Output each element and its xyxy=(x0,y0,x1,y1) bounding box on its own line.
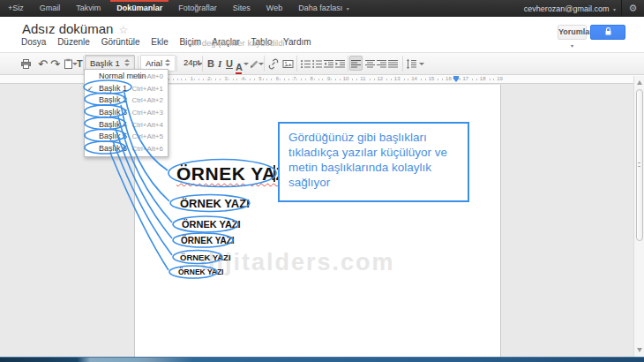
align-center-button[interactable] xyxy=(364,58,376,71)
justify-icon xyxy=(387,58,399,70)
menu-item-heading4[interactable]: Başlık 4Ctrl+Alt+4 xyxy=(85,119,168,132)
heading4-sample-text[interactable]: ÖRNEK YAZI xyxy=(181,236,235,245)
ruler-number: 19 xyxy=(496,76,504,81)
ruler-number: 13 xyxy=(393,76,401,81)
toolbar-separator xyxy=(402,56,403,72)
taskbar-edge xyxy=(0,357,644,362)
ruler-number: 1 xyxy=(190,76,194,81)
menu-dosya[interactable]: Dosya xyxy=(21,37,46,47)
vertical-scrollbar[interactable] xyxy=(633,76,644,357)
check-icon: ✓ xyxy=(87,83,96,95)
paint-format-button[interactable]: T xyxy=(77,58,83,71)
chevron-down-icon: ▾ xyxy=(613,7,616,12)
align-right-icon xyxy=(376,58,387,70)
line-spacing-icon xyxy=(406,58,417,70)
menu-item-normal-text[interactable]: Normal metinCtrl+Alt+0 xyxy=(85,71,168,83)
ruler-number: 2 xyxy=(206,76,211,81)
chevron-down-icon: ▾ xyxy=(347,6,349,11)
heading5-sample-text[interactable]: ÖRNEK YAZI xyxy=(180,253,231,262)
scroll-up-arrow[interactable] xyxy=(637,80,642,85)
line-spacing-button[interactable] xyxy=(406,58,417,71)
toolbar-separator xyxy=(202,56,203,72)
toolbar-separator xyxy=(176,56,177,72)
doc-header: Adsız doküman☆ Dosya Düzenle Görüntüle E… xyxy=(0,17,644,52)
text-color-button[interactable]: A xyxy=(236,62,243,72)
bulleted-list-button[interactable] xyxy=(311,58,323,71)
heading1-sample-text[interactable]: ÖRNEK YAZI xyxy=(176,163,293,185)
menu-item-heading2[interactable]: Başlık 2Ctrl+Alt+2 xyxy=(85,94,168,107)
topbar-link-gmail[interactable]: Gmail xyxy=(32,0,69,17)
topbar-link-more[interactable]: Daha fazlası ▾ xyxy=(290,0,357,17)
insert-image-button[interactable] xyxy=(282,58,294,71)
image-icon xyxy=(282,58,294,70)
topbar-link-calendar[interactable]: Takvim xyxy=(68,0,109,17)
menu-goruntule[interactable]: Görüntüle xyxy=(101,37,140,47)
account-email[interactable]: cevherozan@gmail.com ▾ xyxy=(519,4,621,13)
align-left-button[interactable] xyxy=(350,58,362,71)
menu-item-label: Başlık 2 xyxy=(99,95,127,104)
ruler-number: 12 xyxy=(376,76,384,81)
menu-item-shortcut: Ctrl+Alt+0 xyxy=(131,71,163,83)
justify-button[interactable] xyxy=(387,58,399,71)
heading6-sample-text[interactable]: ÖRNEK YAZI xyxy=(178,268,224,276)
settings-gear-button[interactable]: ⚙ xyxy=(621,0,644,17)
ruler-number: 6 xyxy=(275,76,280,81)
menu-item-shortcut: Ctrl+Alt+1 xyxy=(131,83,163,95)
scroll-down-arrow[interactable] xyxy=(637,348,642,352)
ruler-number: 17 xyxy=(461,76,469,81)
sort-arrows-icon xyxy=(124,59,131,67)
redo-button[interactable]: ↷ xyxy=(50,58,60,71)
comments-button-label: Yorumlar xyxy=(558,27,593,36)
numbered-list-icon xyxy=(300,58,311,70)
line-spacing-caret[interactable] xyxy=(419,63,424,65)
heading3-sample-text[interactable]: ÖRNEK YAZI xyxy=(182,219,241,230)
numbered-list-button[interactable] xyxy=(300,58,311,71)
ruler-number: 4 xyxy=(241,76,245,81)
comments-button[interactable]: Yorumlar ▾ xyxy=(558,25,587,40)
right-indent-marker[interactable] xyxy=(453,78,460,82)
menu-duzenle[interactable]: Düzenle xyxy=(57,37,90,47)
document-title-text: Adsız doküman xyxy=(22,21,113,36)
menu-ekle[interactable]: Ekle xyxy=(151,37,168,47)
redo-icon: ↷ xyxy=(50,57,60,71)
topbar-link-sites[interactable]: Sites xyxy=(225,0,258,17)
insert-link-button[interactable] xyxy=(267,58,280,71)
document-title[interactable]: Adsız doküman☆ xyxy=(22,21,128,36)
share-button[interactable]: Paylaş xyxy=(590,25,625,40)
align-right-button[interactable] xyxy=(376,58,387,71)
menu-item-heading5[interactable]: Başlık 5Ctrl+Alt+5 xyxy=(85,131,168,143)
heading2-sample-text[interactable]: ÖRNEK YAZI xyxy=(180,197,250,210)
menu-item-heading1[interactable]: ✓Başlık 1Ctrl+Alt+1 xyxy=(85,83,168,95)
topbar-link-documents-active[interactable]: Dokümanlar xyxy=(109,0,170,17)
italic-button[interactable]: I xyxy=(218,58,221,71)
print-button[interactable] xyxy=(20,58,32,71)
underline-button[interactable]: U xyxy=(226,58,233,71)
bold-button[interactable]: B xyxy=(207,58,214,71)
menu-item-shortcut: Ctrl+Alt+4 xyxy=(131,119,163,132)
ruler-number: 18 xyxy=(479,76,487,81)
chevron-down-icon: ▾ xyxy=(571,43,573,49)
menu-item-heading3[interactable]: Başlık 3Ctrl+Alt+3 xyxy=(85,107,168,119)
decrease-indent-button[interactable] xyxy=(323,58,334,71)
link-icon xyxy=(267,58,280,70)
gear-icon: ⚙ xyxy=(629,3,638,14)
menu-yardim[interactable]: Yardım xyxy=(283,37,311,47)
undo-button[interactable]: ↶ xyxy=(38,58,48,71)
scrollbar-grip xyxy=(638,162,640,167)
undo-icon: ↶ xyxy=(38,57,48,71)
menu-item-label: Başlık 4 xyxy=(99,120,127,129)
menu-item-label: Başlık 6 xyxy=(99,144,127,153)
callout-note: Gördüğünüz gibi başlıkları tıkladıkça ya… xyxy=(278,122,469,202)
align-left-icon xyxy=(350,58,362,70)
topbar-link-plus-you[interactable]: +Siz xyxy=(0,0,32,17)
topbar-link-photos[interactable]: Fotoğraflar xyxy=(170,0,225,17)
scrollbar-thumb[interactable] xyxy=(636,89,643,241)
ruler-number: 14 xyxy=(410,76,418,81)
menu-item-heading6[interactable]: Başlık 6Ctrl+Alt+6 xyxy=(85,143,168,155)
star-icon[interactable]: ☆ xyxy=(118,24,128,36)
styles-dropdown-menu: Normal metinCtrl+Alt+0 ✓Başlık 1Ctrl+Alt… xyxy=(84,69,168,157)
increase-indent-button[interactable] xyxy=(334,58,346,71)
menu-item-shortcut: Ctrl+Alt+6 xyxy=(131,143,163,155)
topbar-link-web[interactable]: Web xyxy=(258,0,290,17)
document-page[interactable]: dijitalders.com ÖRNEK YAZI ÖRNEK YAZI ÖR… xyxy=(134,85,501,357)
